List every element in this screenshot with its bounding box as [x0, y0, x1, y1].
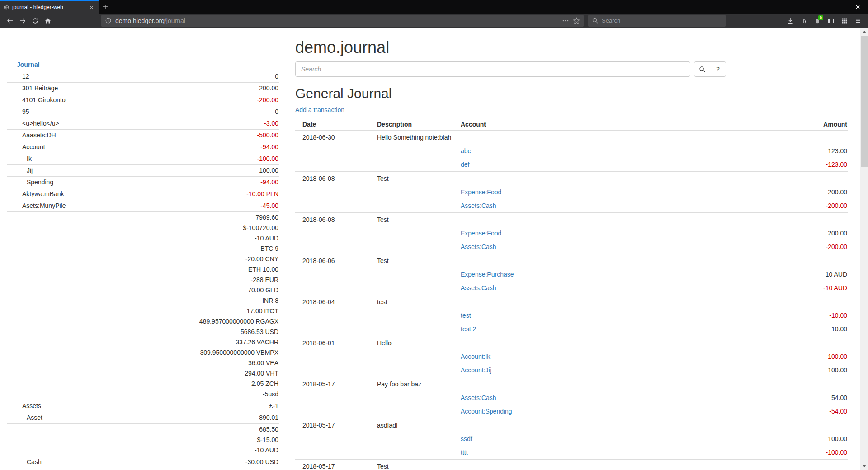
sidebar-toggle-icon[interactable] — [825, 15, 837, 27]
posting-account-link[interactable]: Account:Spending — [461, 408, 512, 415]
apps-grid-icon[interactable] — [838, 15, 851, 27]
posting-account-link[interactable]: def — [461, 161, 469, 168]
posting-account-link[interactable]: Assets:Cash — [461, 202, 496, 209]
account-link[interactable]: Aktywa:mBank — [22, 189, 64, 199]
account-balance-cell: -45.00 — [123, 200, 279, 212]
account-link[interactable]: <u>hello</u> — [22, 118, 59, 129]
posting-account-link[interactable]: Assets:Cash — [461, 284, 496, 291]
scroll-down-arrow[interactable] — [860, 462, 868, 470]
url-bar[interactable]: demo.hledger.org/journal — [101, 15, 584, 27]
posting-account-cell: Expense:Purchase — [453, 268, 667, 281]
new-tab-button[interactable] — [99, 0, 112, 14]
journal-search-input[interactable] — [295, 61, 690, 77]
account-row: <u>hello</u>-3.00 — [7, 118, 279, 130]
tab-close-icon[interactable] — [87, 3, 95, 11]
scrollbar-thumb[interactable] — [861, 36, 868, 167]
posting-account-link[interactable]: Assets:Cash — [461, 394, 496, 401]
account-balance-cell: -94.00 — [123, 177, 279, 188]
posting-account-link[interactable]: ssdf — [461, 435, 472, 442]
back-button[interactable] — [4, 15, 16, 27]
posting-account-cell: Assets:Cash — [453, 281, 667, 295]
account-balance-cell: 0 — [123, 71, 279, 83]
account-balance: ETH 10.00 — [123, 264, 278, 275]
account-link[interactable]: Asets:MunyPile — [22, 201, 66, 211]
account-balance: 100.00 — [123, 165, 278, 176]
posting-row: Expense:Food200.00 — [295, 226, 848, 240]
account-link[interactable]: 95 — [22, 107, 29, 117]
account-row: Jij100.00 — [7, 165, 279, 177]
posting-account-link[interactable]: abc — [461, 147, 471, 155]
posting-account-link[interactable]: tttt — [461, 449, 468, 456]
account-link[interactable]: 4101 Girokonto — [22, 95, 66, 105]
search-help-button[interactable]: ? — [710, 61, 726, 77]
maximize-button[interactable] — [826, 0, 847, 14]
page-scrollbar[interactable] — [860, 28, 868, 470]
account-row: 685.50$-15.00-10 AUD — [7, 424, 279, 456]
account-link[interactable]: 301 Beiträge — [22, 83, 58, 94]
accounts-table: Journal 120301 Beiträge200.004101 Giroko… — [7, 59, 279, 470]
account-link[interactable]: Ik — [27, 154, 32, 164]
journal-search-button[interactable] — [694, 61, 710, 77]
site-info-icon[interactable] — [105, 17, 112, 24]
transaction-description: Pay foo bar baz — [370, 377, 848, 391]
posting-account-link[interactable]: test — [461, 312, 471, 319]
add-transaction-link[interactable]: Add a transaction — [295, 106, 344, 113]
column-description: Description — [370, 118, 453, 131]
posting-account-link[interactable]: Assets:Cash — [461, 243, 496, 250]
account-link[interactable]: Assets — [22, 401, 41, 411]
account-balance-cell: -100.00 — [123, 153, 279, 165]
posting-account-cell: test 2 — [453, 322, 667, 336]
account-link[interactable]: Spending — [27, 177, 53, 188]
minimize-button[interactable] — [806, 0, 826, 14]
posting-account-link[interactable]: Expense:Food — [461, 230, 501, 237]
account-name-cell: Cash — [7, 456, 123, 470]
transaction-title-row: 2018-05-17Pay foo bar baz — [295, 377, 848, 391]
posting-amount: 100.00 — [667, 363, 848, 377]
library-icon[interactable] — [797, 15, 810, 27]
forward-button[interactable] — [16, 15, 29, 27]
account-link[interactable]: Asset — [27, 413, 42, 423]
posting-account-link[interactable]: Expense:Purchase — [461, 271, 514, 278]
download-icon[interactable] — [784, 15, 797, 27]
account-link[interactable]: Aaasets:DH — [22, 130, 56, 141]
account-link[interactable]: 12 — [22, 71, 29, 82]
account-balance-cell: 7989.60$-100720.00-10 AUDBTC 9-20.00 CNY… — [123, 212, 279, 400]
transaction-title-row: 2018-06-01Hello — [295, 336, 848, 350]
posting-account-cell: def — [453, 158, 667, 172]
transaction-description: test — [370, 295, 848, 309]
posting-amount: 200.00 — [667, 226, 848, 240]
sidebar-journal-link[interactable]: Journal — [17, 61, 40, 68]
account-link[interactable]: Jij — [27, 165, 33, 176]
close-button[interactable] — [847, 0, 868, 14]
account-row: Assets£-1 — [7, 400, 279, 412]
account-name-cell: Spending — [7, 177, 123, 188]
menu-icon[interactable] — [852, 15, 864, 27]
transaction-date: 2018-06-08 — [295, 213, 370, 227]
transaction-description: Test — [370, 460, 848, 470]
account-row: 4101 Girokonto-200.00 — [7, 94, 279, 106]
window-controls — [806, 0, 868, 14]
account-row: Spending-94.00 — [7, 177, 279, 188]
account-link[interactable]: Cash — [27, 457, 42, 467]
reload-button[interactable] — [29, 15, 42, 27]
account-row: Ik-100.00 — [7, 153, 279, 165]
page-actions-icon[interactable] — [562, 17, 569, 24]
posting-account-link[interactable]: Account:Ik — [461, 353, 490, 360]
bookmark-star-icon[interactable] — [573, 17, 580, 24]
account-balance: 36.00 VEA — [123, 358, 278, 368]
browser-tab[interactable]: journal - hledger-web — [0, 0, 99, 14]
browser-search-field[interactable]: Search — [588, 15, 726, 27]
posting-account-link[interactable]: test 2 — [461, 325, 476, 333]
extension-icon[interactable]: 0 — [811, 15, 824, 27]
posting-account-link[interactable]: Account:Jij — [461, 367, 491, 374]
url-domain: demo.hledger.org — [115, 17, 165, 24]
posting-account-cell: ssdf — [453, 432, 667, 446]
scroll-up-arrow[interactable] — [860, 28, 868, 36]
posting-row: Expense:Food200.00 — [295, 185, 848, 199]
journal-table: Date Description Account Amount 2018-06-… — [295, 118, 848, 470]
account-link[interactable]: Account — [22, 142, 45, 152]
posting-account-link[interactable]: Expense:Food — [461, 188, 501, 196]
home-button[interactable] — [42, 15, 54, 27]
account-balance: -500.00 — [123, 130, 278, 141]
account-name-cell: Ik — [7, 153, 123, 165]
